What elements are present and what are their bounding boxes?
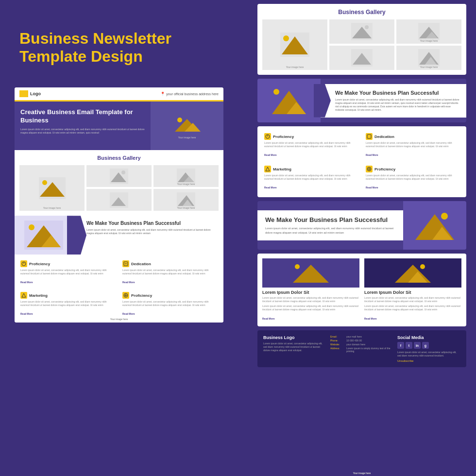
right-bizplan-content-1: We Make Your Business Plan Successful Lo… [327, 90, 459, 112]
footer-website-row: Website: your domain here [330, 343, 393, 346]
footer-email-row: Email: your mail here [330, 335, 393, 338]
footer-col3-text: Lorem ipsum dolor sit amet, consectetur … [397, 351, 460, 357]
svg-point-5 [42, 180, 47, 185]
right-service-icon-1 [366, 133, 373, 140]
service-item-2: Marketing Lorem ipsum dolor sit amet, co… [18, 290, 118, 319]
read-more-1[interactable]: Read More [122, 281, 135, 284]
right-service-title-row-1: Dedication [366, 133, 459, 140]
right-bizplan-1: Your image here We Make Your Business Pl… [257, 79, 466, 122]
bizplan-content: We Make Your Business Plan Successful Lo… [78, 221, 219, 235]
right-read-more-0[interactable]: Read More [264, 153, 277, 156]
gallery-cell-2 [86, 165, 152, 187]
footer-address-value: Lorem ipsum is simply dummy text of the … [346, 347, 393, 353]
right-big-bizplan: We Make Your Business Plan Successful Lo… [257, 201, 466, 250]
read-more-3[interactable]: Read More [122, 312, 135, 315]
footer-col-2: Email: your mail here Phone: 10 000 436 … [330, 335, 393, 362]
read-more-2[interactable]: Read More [20, 312, 33, 315]
right-footer: Business Logo Lorem ipsum dolor sit amet… [257, 330, 466, 367]
right-service-title-text-1: Dedication [374, 135, 394, 139]
right-bizplan-img-1: Your image here [257, 79, 321, 122]
service-icon-0 [20, 260, 27, 267]
service-title-2: Marketing [29, 293, 48, 298]
right-services: Proficiency Lorem ipsum dolor sit amet, … [257, 126, 466, 197]
right-gallery-mountain-4 [351, 49, 373, 67]
article-mountain-1 [393, 261, 432, 285]
footer-email-value: your mail here [346, 335, 362, 338]
right-service-icon-2 [264, 166, 271, 172]
social-letter-f: f [400, 344, 401, 347]
svg-point-63 [420, 264, 425, 269]
service-item-0: Proficiency Lorem ipsum dolor sit amet, … [18, 258, 118, 287]
right-service-2: Marketing Lorem ipsum dolor sit amet, co… [262, 164, 360, 192]
hero-image: Your image here [151, 102, 223, 150]
right-big-bizplan-desc: Lorem ipsum dolor sit amet, consectetur … [265, 226, 395, 235]
right-service-title-row-0: Proficiency [264, 133, 358, 140]
right-service-icon-0 [264, 133, 271, 140]
svg-point-45 [273, 89, 279, 95]
service-icon-1 [122, 260, 129, 267]
footer-phone-value: 10 000 436 00 [346, 339, 362, 342]
logo-text: Logo [30, 91, 41, 96]
footer-address-row: Address: Lorem ipsum is simply dummy tex… [330, 347, 393, 353]
svg-point-8 [121, 170, 125, 174]
template-bizplan: Your image here We Make Your Business Pl… [15, 216, 223, 255]
gallery-cell-large: Your image here [19, 165, 85, 211]
right-service-desc-3: Lorem ipsum dolor sit amet, consectetur … [366, 174, 459, 180]
right-service-icon-3 [366, 166, 373, 172]
right-bizplan-text-1: We Make Your Business Plan Successful Lo… [321, 84, 466, 118]
service-icon-3 [122, 292, 129, 299]
right-read-more-3[interactable]: Read More [366, 186, 378, 189]
service-title-1: Dedication [131, 262, 151, 266]
hero-text: Creative Business Email Template for Bus… [15, 102, 151, 150]
right-big-bizplan-img: Your image here [403, 201, 466, 250]
right-gallery-mountain-3 [418, 23, 440, 40]
service-title-3: Proficiency [131, 293, 152, 298]
right-big-bizplan-text: We Make Your Business Plan Successful Lo… [257, 210, 403, 240]
social-icon-g[interactable]: g [422, 342, 429, 349]
service-title-0: Proficiency [29, 262, 50, 266]
right-read-more-1[interactable]: Read More [366, 153, 378, 156]
article-img-1 [364, 258, 461, 288]
article-read-more-0[interactable]: Read More [262, 317, 275, 320]
article-title-0: Lorem Ipsum Dolor Sit [262, 290, 359, 295]
right-bizplan-title-1: We Make Your Business Plan Successful [335, 90, 459, 96]
template-services: Proficiency Lorem ipsum dolor sit amet, … [15, 255, 223, 323]
gallery-mountain-1 [39, 177, 66, 199]
service-item-1: Dedication Lorem ipsum dolor sit amet, c… [120, 258, 220, 287]
right-service-1: Dedication Lorem ipsum dolor sit amet, c… [364, 131, 461, 160]
service-title-row-0: Proficiency [20, 260, 116, 267]
bizplan-text: We Make Your Business Plan Successful Lo… [73, 216, 223, 255]
hero-description: Lorem ipsum dolor sit amet, consectetur … [20, 128, 145, 135]
right-service-title-text-0: Proficiency [273, 135, 294, 139]
right-gallery-title: Business Gallery [262, 9, 461, 16]
social-icon-f[interactable]: f [397, 342, 404, 349]
svg-point-60 [295, 264, 300, 269]
social-icons: f t in g [397, 342, 460, 349]
social-icon-in[interactable]: in [414, 342, 421, 349]
article-read-more-1[interactable]: Read More [364, 317, 377, 320]
gallery-mountain-4 [110, 192, 128, 208]
bizplan-description: Lorem ipsum dolor sit amet, consectetur … [86, 228, 219, 235]
right-gallery-mountain-5 [418, 49, 440, 67]
bizplan-chevron-1 [314, 84, 331, 118]
template-header: Logo 📍 your official business address he… [15, 87, 223, 102]
location-icon: 📍 [160, 92, 165, 96]
template-gallery: Business Gallery Your image here [15, 150, 223, 216]
service-text-2: Lorem ipsum dolor sit amet, consectetur … [20, 300, 116, 306]
right-gallery-label-3: Your image here [396, 39, 461, 42]
article-1: Lorem Ipsum Dolor Sit Lorem ipsum dolor … [364, 258, 461, 322]
right-service-desc-2: Lorem ipsum dolor sit amet, consectetur … [264, 174, 358, 180]
gallery-mountain-2 [110, 169, 128, 184]
bizplan-image-label: Your image here [15, 318, 223, 321]
gallery-mountain-3 [177, 169, 195, 184]
footer-col-1: Business Logo Lorem ipsum dolor sit amet… [263, 335, 326, 362]
read-more-0[interactable]: Read More [20, 281, 33, 284]
social-icon-t[interactable]: t [406, 342, 412, 349]
bizplan-image: Your image here [15, 216, 73, 255]
hero-image-placeholder: Your image here [151, 102, 223, 150]
right-gallery-cell-2 [329, 19, 394, 44]
right-service-title-text-2: Marketing [273, 167, 291, 171]
right-read-more-2[interactable]: Read More [264, 186, 277, 189]
template-card: Logo 📍 your official business address he… [15, 87, 223, 323]
unsubscribe-link[interactable]: Unsubscribe [397, 359, 460, 362]
